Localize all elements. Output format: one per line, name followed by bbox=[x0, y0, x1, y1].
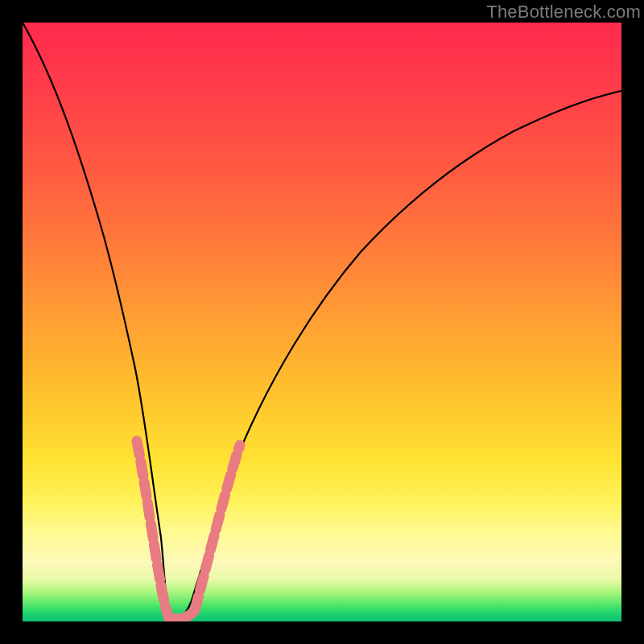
chart-frame bbox=[23, 23, 621, 621]
watermark-text: TheBottleneck.com bbox=[486, 2, 641, 23]
chart-gradient-background bbox=[23, 23, 621, 621]
